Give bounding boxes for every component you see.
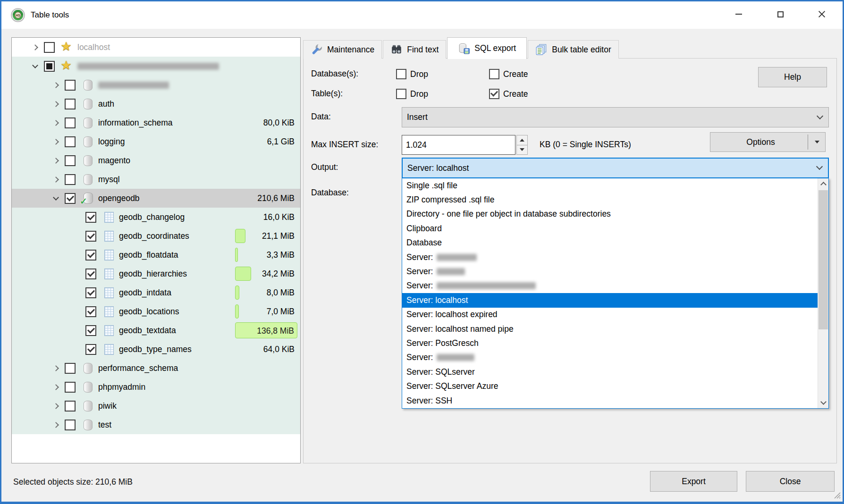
chevron-down-icon[interactable]: [26, 65, 44, 67]
tree-checkbox[interactable]: [85, 250, 96, 260]
tree-checkbox[interactable]: [85, 325, 96, 336]
chevron-down-icon[interactable]: [47, 197, 65, 200]
tree-row-piwik[interactable]: piwik: [12, 396, 300, 415]
tree-row-information_schema[interactable]: information_schema80,0 KiB: [12, 113, 300, 132]
tab-find-text[interactable]: Find text: [383, 40, 446, 59]
tree-checkbox[interactable]: [65, 420, 76, 430]
tree-checkbox[interactable]: [44, 61, 55, 72]
tree-checkbox[interactable]: [65, 99, 76, 109]
tree-row-performance_schema[interactable]: performance_schema: [12, 359, 300, 378]
minimize-button[interactable]: [718, 1, 760, 27]
dropdown-option[interactable]: Database: [402, 236, 828, 250]
tree-row-auth[interactable]: auth: [12, 94, 300, 113]
dropdown-option[interactable]: Server: localhost named pipe: [402, 322, 828, 336]
tree-checkbox[interactable]: [65, 118, 76, 128]
dropdown-option[interactable]: Server:: [402, 250, 828, 264]
databases-drop-checkbox[interactable]: [396, 69, 406, 79]
dropdown-option[interactable]: Server:: [402, 264, 828, 278]
tree-checkbox[interactable]: [85, 269, 96, 279]
stepper-down-button[interactable]: [516, 145, 528, 155]
stepper-up-button[interactable]: [516, 135, 528, 145]
tree-row-geodb_type_names[interactable]: geodb_type_names64,0 KiB: [12, 340, 300, 359]
chevron-right-icon[interactable]: [47, 83, 65, 87]
data-label: Data:: [311, 112, 331, 122]
dropdown-option[interactable]: Server:: [402, 351, 828, 365]
dropdown-option[interactable]: ZIP compressed .sql file: [402, 193, 828, 207]
close-button[interactable]: [801, 1, 843, 27]
export-button[interactable]: Export: [650, 471, 737, 492]
tree-row[interactable]: [12, 57, 300, 76]
tree-row-geodb_changelog[interactable]: geodb_changelog16,0 KiB: [12, 208, 300, 227]
tree-checkbox[interactable]: [85, 306, 96, 317]
dropdown-option[interactable]: Clipboard: [402, 221, 828, 235]
dropdown-option[interactable]: Server:: [402, 279, 828, 293]
tree-row-geodb_coordinates[interactable]: geodb_coordinates21,1 MiB: [12, 227, 300, 245]
tree-checkbox[interactable]: [85, 231, 96, 242]
tree-checkbox[interactable]: [85, 212, 96, 223]
maximize-button[interactable]: [760, 1, 801, 27]
tree-row-geodb_textdata[interactable]: geodb_textdata136,8 MiB: [12, 321, 300, 340]
chevron-right-icon[interactable]: [47, 366, 65, 370]
chevron-right-icon[interactable]: [47, 423, 65, 427]
scroll-down-arrow-icon[interactable]: [818, 397, 828, 408]
output-combobox[interactable]: Server: localhost: [402, 158, 829, 178]
options-button[interactable]: Options: [710, 132, 826, 152]
chevron-right-icon[interactable]: [47, 140, 65, 144]
chevron-right-icon[interactable]: [26, 45, 44, 50]
tree-row-geodb_intdata[interactable]: geodb_intdata8,0 MiB: [12, 283, 300, 302]
tree-checkbox[interactable]: [85, 287, 96, 298]
databases-create-checkbox[interactable]: [489, 69, 499, 79]
tree-row[interactable]: [12, 76, 300, 94]
tree-row-opengeodb[interactable]: opengeodb210,6 MiB: [12, 189, 300, 208]
tables-create-checkbox[interactable]: [489, 89, 499, 99]
options-dropdown-arrow-icon[interactable]: [815, 141, 819, 143]
dropdown-scrollbar[interactable]: [818, 178, 828, 408]
dropdown-option[interactable]: Server: SQLserver: [402, 365, 828, 379]
tree-checkbox[interactable]: [65, 193, 76, 204]
tree-row-localhost[interactable]: localhost: [12, 38, 300, 57]
tab-maintenance[interactable]: Maintenance: [303, 40, 382, 59]
dropdown-option[interactable]: Server: SSH: [402, 394, 828, 408]
help-button[interactable]: Help: [758, 67, 827, 87]
tab-sql-export[interactable]: SQL export: [447, 37, 527, 59]
chevron-right-icon[interactable]: [47, 159, 65, 163]
database-icon: [81, 116, 94, 129]
dropdown-option[interactable]: Server: PostGresch: [402, 336, 828, 350]
object-tree[interactable]: localhostauthinformation_schema80,0 KiBl…: [11, 37, 301, 463]
scroll-up-arrow-icon[interactable]: [818, 178, 828, 189]
data-combobox[interactable]: Insert: [402, 107, 829, 127]
chevron-right-icon[interactable]: [47, 102, 65, 106]
chevron-right-icon[interactable]: [47, 177, 65, 182]
tree-row-mysql[interactable]: mysql: [12, 170, 300, 189]
tree-checkbox[interactable]: [65, 80, 76, 91]
tree-row-geodb_locations[interactable]: geodb_locations7,0 MiB: [12, 302, 300, 321]
tree-checkbox[interactable]: [65, 174, 76, 185]
dropdown-option[interactable]: Server: localhost expired: [402, 308, 828, 322]
tab-bulk-table-editor[interactable]: Bulk table editor: [528, 40, 619, 59]
resize-grip[interactable]: [832, 490, 841, 501]
tree-checkbox[interactable]: [65, 363, 76, 374]
tree-checkbox[interactable]: [65, 136, 76, 147]
max-insert-size-input[interactable]: [402, 135, 515, 155]
tree-checkbox[interactable]: [65, 401, 76, 412]
dropdown-option[interactable]: Server: localhost: [402, 293, 828, 307]
dropdown-option[interactable]: Directory - one file per object in datab…: [402, 207, 828, 221]
chevron-right-icon[interactable]: [47, 404, 65, 408]
tree-checkbox[interactable]: [44, 42, 55, 53]
dropdown-option[interactable]: Server: SQLserver Azure: [402, 379, 828, 393]
tree-checkbox[interactable]: [65, 155, 76, 166]
dropdown-option[interactable]: Single .sql file: [402, 178, 828, 193]
tree-row-magento[interactable]: magento: [12, 151, 300, 170]
scrollbar-thumb[interactable]: [819, 190, 828, 329]
tree-checkbox[interactable]: [85, 344, 96, 355]
tree-row-phpmyadmin[interactable]: phpmyadmin: [12, 378, 300, 396]
chevron-right-icon[interactable]: [47, 121, 65, 125]
tree-row-logging[interactable]: logging6,1 GiB: [12, 132, 300, 151]
chevron-right-icon[interactable]: [47, 385, 65, 389]
tables-drop-checkbox[interactable]: [396, 89, 406, 99]
tree-row-geodb_hierarchies[interactable]: geodb_hierarchies34,2 MiB: [12, 264, 300, 283]
close-dialog-button[interactable]: Close: [746, 471, 835, 492]
tree-row-geodb_floatdata[interactable]: geodb_floatdata3,3 MiB: [12, 245, 300, 264]
tree-row-test[interactable]: test: [12, 415, 300, 434]
tree-checkbox[interactable]: [65, 382, 76, 393]
